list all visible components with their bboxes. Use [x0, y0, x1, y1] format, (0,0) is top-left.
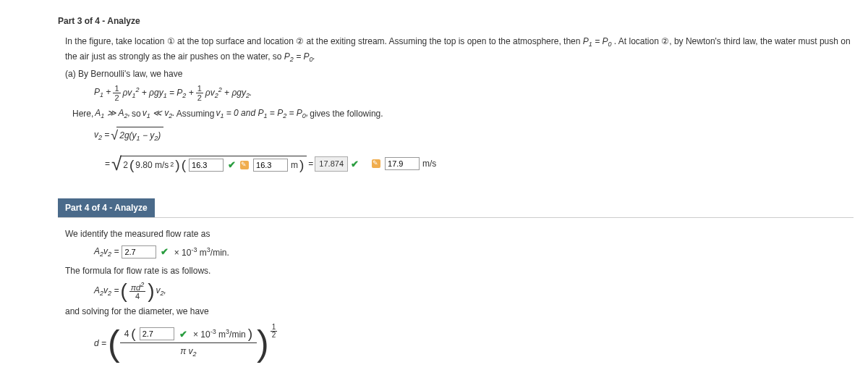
- check-icon: ✔: [179, 327, 187, 342]
- u: /min.: [210, 248, 229, 258]
- unit-m: m: [291, 159, 298, 172]
- text: Here,: [72, 107, 93, 120]
- input-d-num-1[interactable]: [140, 327, 174, 340]
- text: Assuming: [176, 107, 215, 120]
- part4-content: We identify the measured flow rate as A2…: [58, 217, 854, 370]
- d-eq-1: d = ( 4 ( ✔ × 10-3 m3/min ) π v2 ) 12: [94, 322, 854, 364]
- edit-icon[interactable]: [372, 159, 380, 168]
- text: gives the following.: [310, 107, 383, 120]
- input-height-2[interactable]: [253, 159, 288, 172]
- check-icon: ✔: [228, 158, 236, 172]
- u: × 10: [174, 248, 192, 258]
- bernoulli-eq: P1 + 12 ρv12 + ρgy1 = P2 + 12 ρv22 + ρgy…: [94, 85, 854, 102]
- input-height-1[interactable]: [189, 159, 224, 172]
- part4-header-tab: Part 4 of 4 - Analyze: [58, 198, 155, 217]
- text: so: [132, 107, 141, 120]
- part3-header: Part 3 of 4 - Analyze: [58, 14, 868, 28]
- u: m: [197, 248, 206, 258]
- v2-eq2: = √ 2 ( 9.80 m/s2 ) ( ✔ m ) = 17.874 ✔ m…: [105, 150, 854, 178]
- text: In the figure, take location ① at the to…: [65, 36, 583, 46]
- eq-p1p0: P1 = P0: [583, 36, 612, 46]
- flow-rate-eq: A2v2 = ✔ × 10-3 m3/min.: [94, 245, 854, 260]
- check-icon: ✔: [161, 245, 169, 259]
- check-icon: ✔: [351, 157, 359, 172]
- unit-ms: m/s: [422, 157, 436, 170]
- part3-intro: In the figure, take location ① at the to…: [65, 35, 854, 65]
- input-flowrate[interactable]: [122, 245, 156, 258]
- v2-eq1: v2 = √ 2g(y1 − y2): [94, 126, 854, 146]
- part4-text2: The formula for flow rate is as follows.: [65, 264, 854, 277]
- grav: 9.80 m/s: [135, 159, 169, 172]
- edit-icon[interactable]: [240, 161, 249, 169]
- part3-content: In the figure, take location ① at the to…: [58, 35, 854, 178]
- flow-formula: A2v2 = ( πd24 ) v2,: [94, 282, 854, 301]
- input-v-rounded[interactable]: [385, 157, 420, 170]
- part4-text1: We identify the measured flow rate as: [65, 227, 854, 240]
- part3-a: (a) By Bernoulli's law, we have: [65, 67, 854, 80]
- part4-text3: and solving for the diameter, we have: [65, 305, 854, 318]
- eq-p2p0: P2 = P0.: [284, 51, 315, 62]
- here-line: Here, A1 ≫ A2, so v1 ≪ v2. Assuming v1 =…: [72, 106, 854, 122]
- boxed-17874: 17.874: [315, 156, 348, 172]
- u: /min: [229, 329, 246, 340]
